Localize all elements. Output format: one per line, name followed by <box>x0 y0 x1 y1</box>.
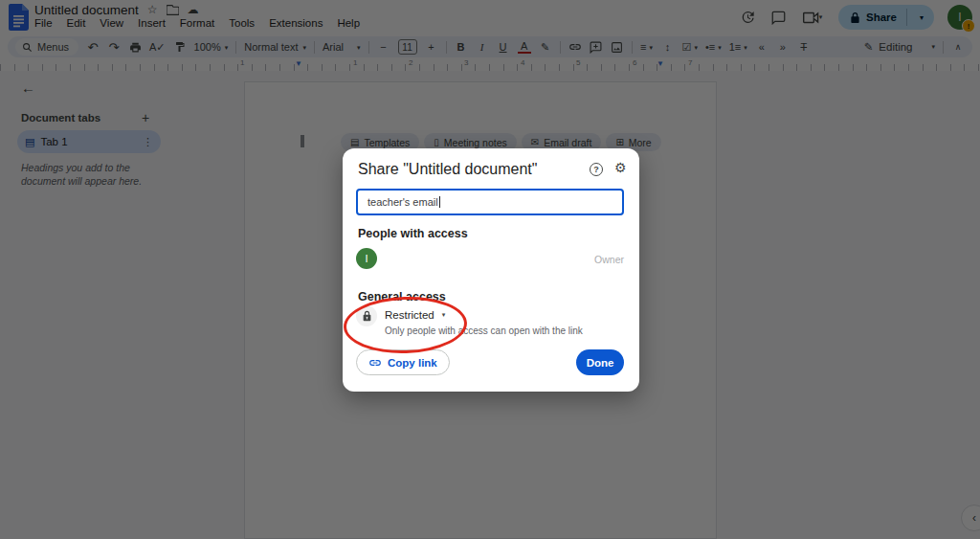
owner-avatar[interactable]: I <box>356 248 377 269</box>
owner-role-label: Owner <box>594 254 624 265</box>
copy-link-label: Copy link <box>388 357 437 369</box>
input-caret <box>439 196 440 208</box>
share-dialog-title: Share "Untitled document" <box>358 161 537 178</box>
add-people-input[interactable]: teacher's email <box>356 189 624 215</box>
people-with-access-header: People with access <box>358 227 468 240</box>
share-settings-gear-icon[interactable]: ⚙ <box>614 160 627 175</box>
help-icon[interactable]: ? <box>590 163 603 176</box>
add-people-input-value: teacher's email <box>368 196 438 208</box>
link-icon <box>368 356 382 370</box>
google-docs-window: Untitled document ☆ ☁ File Edit View Ins… <box>0 0 980 539</box>
done-button[interactable]: Done <box>576 349 624 375</box>
share-dialog: Share "Untitled document" ? ⚙ teacher's … <box>343 148 639 392</box>
